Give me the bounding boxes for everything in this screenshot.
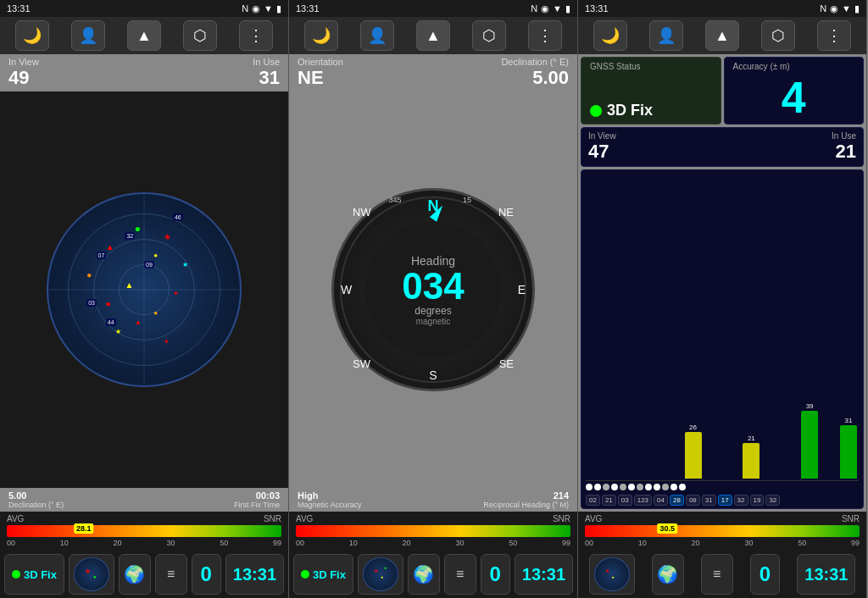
more-btn-2[interactable]: ⋮ <box>528 20 562 51</box>
mag-accuracy-label: Magnetic Accuracy <box>298 501 362 509</box>
sat-dot <box>645 484 652 490</box>
toolbar-3: 🌙 👤 ▲ ⬡ ⋮ <box>578 17 866 54</box>
view-use-row: In View 47 In Use 21 <box>581 127 864 167</box>
snr-bar-1: 28.1 <box>7 525 281 537</box>
sat-dot <box>679 484 686 490</box>
battery-icon: ▮ <box>276 3 281 14</box>
compass-outer: N NE E SE S SW W NW 15 345 Heading 034 d… <box>331 188 535 391</box>
fix-button-2[interactable]: 3D Fix <box>293 554 353 595</box>
mini-sat-btn-1[interactable]: ★ ● <box>69 554 114 595</box>
stats-row-1: In View 49 In Use 31 <box>0 54 288 91</box>
in-view-label-1: In View <box>8 57 39 67</box>
toolbar-1: 🌙 👤 ▲ ⬡ ⋮ <box>0 17 288 54</box>
mini-sat-btn-3[interactable]: ★ ● <box>589 554 635 595</box>
gnss-fix-text: 3D Fix <box>607 102 653 119</box>
moon-btn-3[interactable]: 🌙 <box>593 20 627 51</box>
bar-31: 31 <box>840 417 857 479</box>
fix-button-1[interactable]: 3D Fix <box>4 554 64 595</box>
sat-id: 32 <box>765 495 780 506</box>
nav-btn-3[interactable]: ▲ <box>705 20 739 51</box>
nav-btn-1[interactable]: ▲ <box>127 20 161 51</box>
equals-btn-3[interactable]: ≡ <box>701 554 733 595</box>
share-btn-3[interactable]: ⬡ <box>761 20 795 51</box>
sat-id: 04 <box>654 495 668 506</box>
avg-label-3: AVG <box>585 514 602 523</box>
time-display-2: 13:31 <box>515 554 573 595</box>
in-use-label-1: In Use <box>253 57 280 67</box>
bar-item <box>665 478 682 479</box>
person-btn-1[interactable]: 👤 <box>71 20 105 51</box>
globe-btn-2[interactable]: 🌍 <box>408 554 440 595</box>
snr-scale-1: 001020305099 <box>7 539 281 547</box>
accuracy-box: Accuracy (± m) 4 <box>724 57 865 125</box>
panel-compass: 13:31 N ◉ ▼ ▮ 🌙 👤 ▲ ⬡ ⋮ Orientation NE D… <box>289 0 578 598</box>
sat-id: 123 <box>634 495 652 506</box>
avg-label-1: AVG <box>7 514 24 523</box>
panel3-main: GNSS Status 3D Fix Accuracy (± m) 4 In V… <box>578 54 866 512</box>
sat-ids-row: 02 21 03 123 04 28 08 31 17 32 19 32 <box>586 495 859 506</box>
wifi-icon-2: ▼ <box>553 3 562 14</box>
avg-label-2: AVG <box>296 514 313 523</box>
bar-item <box>762 478 779 479</box>
mini-sat-btn-2[interactable]: ★ ● ● <box>358 554 403 595</box>
sat-dot <box>628 484 635 490</box>
sat-dot <box>670 484 677 490</box>
bar-chart: 26 21 39 31 <box>581 169 864 509</box>
sat-dot <box>603 484 609 490</box>
satellite-view: ● ★ ▲ ● ★ ● ▲ ✦ ● ● ▲ ★ ✦ 32 07 09 03 44… <box>0 91 288 488</box>
stats-row-2: Orientation NE Declination (° E) 5.00 <box>289 54 577 91</box>
zero-display-3: 0 <box>750 554 780 595</box>
sat-id: 03 <box>618 495 632 506</box>
status-icons-1: N ◉ ▼ ▮ <box>242 3 281 14</box>
network-icon-2: N <box>531 3 537 14</box>
equals-btn-2[interactable]: ≡ <box>444 554 476 595</box>
more-btn-3[interactable]: ⋮ <box>817 20 851 51</box>
fix-dot-1 <box>12 570 20 579</box>
accuracy-label: Accuracy (± m) <box>733 62 855 71</box>
status-time-2: 13:31 <box>296 3 320 14</box>
status-bar-2: 13:31 N ◉ ▼ ▮ <box>289 0 577 17</box>
snr-section-2: AVG SNR 001020305099 <box>289 512 577 551</box>
snr-section-3: AVG SNR 30.5 001020305099 <box>578 512 866 551</box>
share-btn-2[interactable]: ⬡ <box>472 20 506 51</box>
moon-btn-2[interactable]: 🌙 <box>304 20 338 51</box>
status-time-1: 13:31 <box>7 3 31 14</box>
network-icon: N <box>242 3 248 14</box>
gnss-status-label: GNSS Status <box>590 62 712 71</box>
share-btn-1[interactable]: ⬡ <box>183 20 217 51</box>
fix-time-value-1: 00:03 <box>234 490 280 501</box>
gps-icon-2: ◉ <box>541 3 549 14</box>
moon-btn-1[interactable]: 🌙 <box>15 20 49 51</box>
toolbar-2: 🌙 👤 ▲ ⬡ ⋮ <box>289 17 577 54</box>
snr-label-2: SNR <box>553 514 570 523</box>
bar-21: 21 <box>743 435 760 479</box>
person-btn-2[interactable]: 👤 <box>360 20 394 51</box>
panel-gnss-status: 13:31 N ◉ ▼ ▮ 🌙 👤 ▲ ⬡ ⋮ GNSS Status 3D F… <box>578 0 867 598</box>
nav-btn-2[interactable]: ▲ <box>416 20 450 51</box>
in-view-label-3: In View <box>588 131 616 141</box>
bar-39: 39 <box>801 402 818 479</box>
equals-btn-1[interactable]: ≡ <box>155 554 187 595</box>
in-use-value-3: 21 <box>832 141 856 163</box>
sat-dot <box>662 484 669 490</box>
compass-south: S <box>429 368 437 382</box>
sat-dot <box>637 484 643 490</box>
more-btn-1[interactable]: ⋮ <box>239 20 273 51</box>
zero-display-2: 0 <box>481 554 510 595</box>
satellite-circle: ● ★ ▲ ● ★ ● ▲ ✦ ● ● ▲ ★ ✦ 32 07 09 03 44… <box>47 192 242 387</box>
sat-id-highlighted: 17 <box>718 495 732 506</box>
globe-btn-1[interactable]: 🌍 <box>119 554 151 595</box>
fix-text-2: 3D Fix <box>313 568 346 581</box>
accuracy-value: 4 <box>733 75 855 119</box>
declination-label-2: Declination (° E) <box>501 57 569 67</box>
gps-icon-3: ◉ <box>830 3 838 14</box>
sat-dot <box>611 484 618 490</box>
person-btn-3[interactable]: 👤 <box>649 20 683 51</box>
bottom-nav-3: ★ ● 🌍 ≡ 0 13:31 <box>578 551 866 598</box>
in-use-label-3: In Use <box>832 131 856 141</box>
bar-item <box>704 478 721 479</box>
sat-id: 21 <box>602 495 616 506</box>
globe-btn-3[interactable]: 🌍 <box>652 554 684 595</box>
snr-avg-marker-3: 30.5 <box>657 523 677 534</box>
compass-northeast: NE <box>498 206 514 219</box>
